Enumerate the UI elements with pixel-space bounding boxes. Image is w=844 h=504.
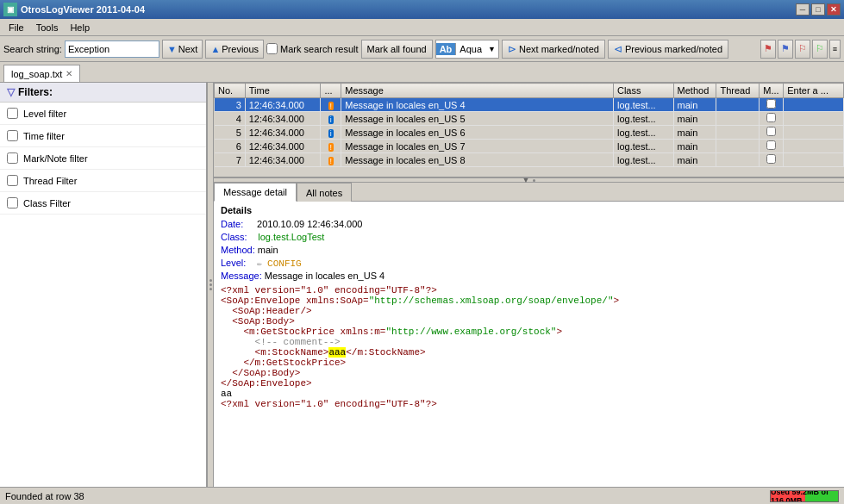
col-header-message[interactable]: Message [341,84,614,98]
cell-message: Message in locales en_US 7 [341,140,614,153]
cell-method: main [673,126,716,140]
log-table-container[interactable]: No. Time ... Message Class Method Thread… [214,83,844,177]
method-key: Method: [221,245,258,255]
color-dropdown-arrow[interactable]: ▼ [485,45,498,53]
cell-no: 5 [215,126,246,140]
vertical-splitter[interactable] [207,83,214,487]
table-row[interactable]: 6 12:46:34.000 ! Message in locales en_U… [215,140,844,153]
icon-btn-5[interactable]: ≡ [829,40,841,59]
filter-icon: ▽ [7,86,15,98]
search-input[interactable] [65,40,159,58]
col-header-no[interactable]: No. [215,84,246,98]
search-label: Search string: [3,44,62,54]
sidebar-header: ▽ Filters: [0,83,206,103]
next-marked-label: Next marked/noted [519,44,599,54]
table-row[interactable]: 3 12:46:34.000 ! Message in locales en_U… [215,98,844,112]
cell-method: main [673,112,716,126]
splitter-dot-3 [209,288,212,290]
cell-time: 12:46:34.000 [245,98,321,112]
detail-title: Details [221,205,837,215]
cell-time: 12:46:34.000 [245,112,321,126]
table-row[interactable]: 5 12:46:34.000 i Message in locales en_U… [215,126,844,140]
icon-btn-4[interactable]: ⚐ [812,40,828,59]
status-bar: Founded at row 38 Used 59.2MB of 116.0MB [0,487,844,504]
mark-all-button[interactable]: Mark all found [361,40,433,59]
menu-tools[interactable]: Tools [31,22,64,34]
title-bar: ▣ OtrosLogViewer 2011-04-04 ─ □ ✕ [0,0,844,19]
thread-filter-label: Thread Filter [23,176,77,186]
col-header-dots[interactable]: ... [321,84,341,98]
cell-m [760,140,784,153]
detail-content[interactable]: Details Date: 2010.10.09 12:46:34.000 Cl… [214,202,844,487]
sidebar-title: Filters: [18,86,53,98]
next-button[interactable]: ▼ Next [162,40,203,59]
cell-thread [716,126,760,140]
col-header-enter[interactable]: Enter a ... [784,84,844,98]
level-icon: ✏ [257,259,267,269]
time-filter-label: Time filter [23,131,65,141]
xml-line-4: <SoAp:Body> [221,316,837,327]
close-button[interactable]: ✕ [827,3,841,16]
cell-m [760,126,784,140]
detail-class-row: Class: log.test.LogTest [221,232,837,243]
thread-filter-checkbox[interactable] [7,175,18,186]
cell-class: log.test... [613,126,673,140]
minimize-button[interactable]: ─ [796,3,810,16]
col-header-thread[interactable]: Thread [716,84,760,98]
date-key: Date: [221,219,251,229]
cell-thread [716,140,760,153]
cell-m [760,153,784,167]
tab-log-soap[interactable]: log_soap.txt ✕ [3,65,80,82]
cell-method: main [673,140,716,153]
class-filter-checkbox[interactable] [7,197,18,208]
time-filter-checkbox[interactable] [7,130,18,141]
mark-search-checkbox[interactable] [266,43,278,54]
cell-icon: ! [321,153,341,167]
cell-enter [784,126,844,140]
col-header-class[interactable]: Class [613,84,673,98]
icon-btn-1[interactable]: ⚑ [760,40,776,59]
xml-line-7: <m:StockName>aaa</m:StockName> [221,347,837,358]
col-header-m[interactable]: M... [760,84,784,98]
xml-line-5: <m:GetStockPrice xmlns:m="http://www.exa… [221,327,837,337]
maximize-button[interactable]: □ [811,3,825,16]
filter-thread: Thread Filter [0,170,206,192]
cell-no: 7 [215,153,246,167]
col-header-time[interactable]: Time [245,84,321,98]
table-row[interactable]: 7 12:46:34.000 ! Message in locales en_U… [215,153,844,167]
app-icon: ▣ [3,3,17,16]
tab-close-icon[interactable]: ✕ [66,69,72,78]
level-filter-checkbox[interactable] [7,108,18,119]
detail-tab-bar: Message detail All notes [214,183,844,202]
prev-marked-button[interactable]: ⊲ Previous marked/noted [608,40,728,59]
icon-btn-2[interactable]: ⚑ [778,40,793,59]
cell-method: main [673,98,716,112]
class-value: log.test.LogTest [258,232,324,242]
next-marked-button[interactable]: ⊳ Next marked/noted [502,40,605,59]
cell-message: Message in locales en_US 8 [341,153,614,167]
cell-message: Message in locales en_US 6 [341,126,614,140]
mark-search-result-label: Mark search result [266,43,358,54]
cell-time: 12:46:34.000 [245,126,321,140]
cell-enter [784,153,844,167]
icon-btn-3[interactable]: ⚐ [795,40,810,59]
marknote-filter-checkbox[interactable] [7,152,18,164]
table-row[interactable]: 4 12:46:34.000 i Message in locales en_U… [215,112,844,126]
splitter-dot-2 [209,283,212,286]
col-header-method[interactable]: Method [673,84,716,98]
cell-enter [784,140,844,153]
cell-no: 3 [215,98,246,112]
toolbar: Search string: ▼ Next ▲ Previous Mark se… [0,36,844,62]
filter-marknote: Mark/Note filter [0,147,206,170]
cell-no: 6 [215,140,246,153]
tab-message-detail[interactable]: Message detail [214,183,297,202]
toolbar-icons-group: ⚑ ⚑ ⚐ ⚐ ≡ [760,40,841,59]
menu-help[interactable]: Help [65,22,95,34]
cell-class: log.test... [613,140,673,153]
prev-button[interactable]: ▲ Previous [205,40,264,59]
menu-file[interactable]: File [3,22,29,34]
tab-all-notes[interactable]: All notes [297,183,352,202]
cell-icon: ! [321,98,341,112]
cell-enter [784,98,844,112]
xml-line-10: </SoAp:Envelope> [221,378,837,389]
